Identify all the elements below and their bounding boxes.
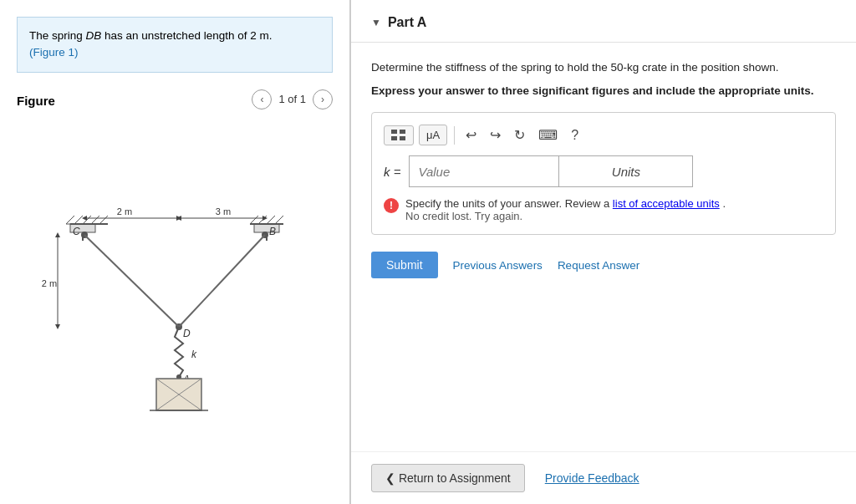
spring-label: DB <box>86 29 102 42</box>
svg-line-6 <box>83 216 91 224</box>
figure-link[interactable]: (Figure 1) <box>29 46 79 59</box>
figure-nav: ‹ 1 of 1 › <box>252 89 333 109</box>
part-chevron: ▼ <box>371 17 381 28</box>
svg-text:2 m: 2 m <box>42 278 57 288</box>
problem-text-box: The spring DB has an unstretched length … <box>17 17 333 73</box>
svg-text:C: C <box>73 226 80 237</box>
diagram-area: 2 m 3 m C B D <box>17 120 333 488</box>
undo-button[interactable]: ↩ <box>461 125 481 145</box>
figure-heading: Figure <box>17 94 55 108</box>
prev-figure-button[interactable]: ‹ <box>252 89 272 109</box>
provide-feedback-link[interactable]: Provide Feedback <box>545 471 639 485</box>
svg-line-27 <box>179 235 265 327</box>
left-panel: The spring DB has an unstretched length … <box>0 0 351 504</box>
keyboard-button[interactable]: ⌨ <box>534 125 562 145</box>
units-display[interactable]: Units <box>559 155 693 187</box>
svg-line-4 <box>66 216 74 224</box>
svg-line-15 <box>275 216 283 224</box>
bottom-row: ❮ Return to Assignment Provide Feedback <box>351 451 856 504</box>
svg-line-12 <box>250 216 258 224</box>
warning-period: . <box>722 197 726 210</box>
svg-line-5 <box>74 216 83 224</box>
matrix-button[interactable] <box>384 125 414 145</box>
mu-button[interactable]: μA <box>419 125 447 145</box>
toolbar-separator <box>454 126 455 145</box>
acceptable-units-link[interactable]: list of acceptable units <box>613 197 720 210</box>
svg-text:D: D <box>183 328 191 339</box>
problem-statement: Determine the stiffness of the spring to… <box>371 59 836 76</box>
redo-button[interactable]: ↪ <box>486 125 505 145</box>
refresh-button[interactable]: ↻ <box>510 125 529 145</box>
bold-instruction: Express your answer to three significant… <box>371 84 836 97</box>
right-panel: ▼ Part A Determine the stiffness of the … <box>351 0 856 504</box>
svg-line-26 <box>84 235 179 327</box>
problem-text-1: The spring <box>29 29 86 42</box>
page-indicator: 1 of 1 <box>278 93 306 105</box>
next-figure-button[interactable]: › <box>313 89 333 109</box>
svg-text:k: k <box>191 349 197 360</box>
toolbar: μA ↩ ↪ ↻ ⌨ ? <box>384 125 823 145</box>
part-content: Determine the stiffness of the spring to… <box>351 43 856 451</box>
value-input[interactable] <box>409 155 559 187</box>
answer-box: μA ↩ ↪ ↻ ⌨ ? k = Units ! S <box>371 112 836 235</box>
svg-line-7 <box>91 216 99 224</box>
k-label: k = <box>384 165 400 179</box>
svg-line-14 <box>267 216 275 224</box>
request-answer-link[interactable]: Request Answer <box>558 259 639 272</box>
matrix-icon <box>391 130 406 141</box>
warning-subtext: No credit lost. Try again. <box>405 210 522 222</box>
svg-line-8 <box>99 216 108 224</box>
part-label: Part A <box>388 15 427 30</box>
help-button[interactable]: ? <box>567 126 583 145</box>
svg-text:2 m: 2 m <box>117 206 132 216</box>
warning-icon: ! <box>384 198 399 213</box>
return-button[interactable]: ❮ Return to Assignment <box>371 464 525 492</box>
svg-line-13 <box>258 216 267 224</box>
submit-button[interactable]: Submit <box>371 252 438 278</box>
units-label: Units <box>612 165 640 179</box>
svg-text:3 m: 3 m <box>216 206 231 216</box>
input-row: k = Units <box>384 155 823 187</box>
warning-text-block: Specify the units of your answer. Review… <box>405 197 726 222</box>
problem-text-2: has an unstretched length of 2 m. <box>101 29 272 42</box>
warning-text: Specify the units of your answer. Review… <box>405 197 613 210</box>
figure-diagram: 2 m 3 m C B D <box>33 195 317 412</box>
previous-answers-link[interactable]: Previous Answers <box>453 259 543 272</box>
svg-text:B: B <box>269 226 276 237</box>
mu-icon: μA <box>426 129 440 141</box>
part-header: ▼ Part A <box>351 0 856 43</box>
action-row: Submit Previous Answers Request Answer <box>371 252 836 278</box>
warning-row: ! Specify the units of your answer. Revi… <box>384 197 823 222</box>
